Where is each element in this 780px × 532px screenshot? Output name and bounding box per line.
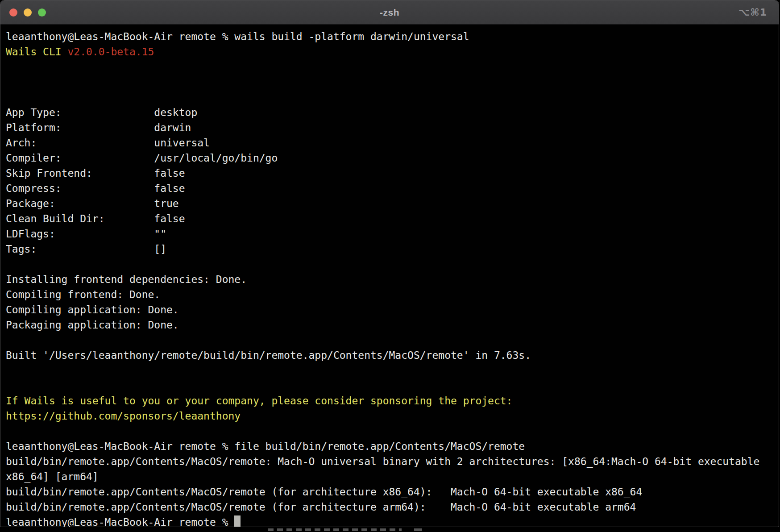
window-title: -zsh xyxy=(0,7,779,18)
terminal-line: Packaging application: Done. xyxy=(6,317,779,332)
terminal-line xyxy=(6,75,779,90)
terminal-line: leaanthony@Leas-MacBook-Air remote % fil… xyxy=(6,439,779,454)
terminal-window: -zsh ⌥⌘1 leaanthony@Leas-MacBook-Air rem… xyxy=(0,0,779,527)
terminal-line: x86_64] [arm64] xyxy=(6,469,779,484)
terminal-text-segment: https://github.com/sponsors/leaanthony xyxy=(6,410,241,422)
terminal-line: App Type: desktop xyxy=(6,105,779,120)
traffic-lights xyxy=(9,0,46,24)
terminal-text-segment: Arch: universal xyxy=(6,137,210,149)
terminal-text-segment: x86_64] [arm64] xyxy=(6,471,99,482)
terminal-text-segment: Compiling frontend: Done. xyxy=(6,289,160,300)
terminal-cursor xyxy=(234,515,241,527)
terminal-text-segment: Tags: [] xyxy=(6,243,166,255)
terminal-line: Arch: universal xyxy=(6,135,779,150)
terminal-line: Tags: [] xyxy=(6,241,779,257)
terminal-text-segment: Compiler: /usr/local/go/bin/go xyxy=(6,152,278,164)
terminal-line: Package: true xyxy=(6,196,779,211)
terminal-text-segment: build/bin/remote.app/Contents/MacOS/remo… xyxy=(6,501,636,513)
terminal-line: build/bin/remote.app/Contents/MacOS/remo… xyxy=(6,454,779,469)
background-window-sliver-dot xyxy=(414,528,422,531)
zoom-button[interactable] xyxy=(38,8,46,17)
terminal-line: leaanthony@Leas-MacBook-Air remote % wai… xyxy=(6,29,779,44)
terminal-line: build/bin/remote.app/Contents/MacOS/remo… xyxy=(6,499,779,515)
terminal-text-segment: Compress: false xyxy=(6,183,185,194)
terminal-text-segment: Installing frontend dependencies: Done. xyxy=(6,274,247,285)
terminal-text-segment: build/bin/remote.app/Contents/MacOS/remo… xyxy=(6,456,759,467)
terminal-text-segment: build/bin/remote.app/Contents/MacOS/remo… xyxy=(6,486,642,498)
terminal-text-segment: If Wails is useful to you or your compan… xyxy=(6,395,512,407)
terminal-line: Clean Build Dir: false xyxy=(6,211,779,226)
terminal-line: Platform: darwin xyxy=(6,120,779,135)
terminal-line: build/bin/remote.app/Contents/MacOS/remo… xyxy=(6,484,779,499)
terminal-text-segment: LDFlags: "" xyxy=(6,228,166,240)
keyboard-shortcut-badge: ⌥⌘1 xyxy=(739,0,767,24)
terminal-text-segment: Packaging application: Done. xyxy=(6,319,179,331)
terminal-line xyxy=(6,424,779,439)
terminal-line: Wails CLI v2.0.0-beta.15 xyxy=(6,44,779,59)
terminal-line: LDFlags: "" xyxy=(6,226,779,241)
terminal-text-segment: leaanthony@Leas-MacBook-Air remote % wai… xyxy=(6,31,469,42)
terminal-text-segment: Package: true xyxy=(6,198,179,209)
terminal-text-segment: v2.0.0-beta.15 xyxy=(67,46,154,58)
terminal-line: Compiling frontend: Done. xyxy=(6,287,779,302)
terminal-text-segment: Built '/Users/leaanthony/remote/build/bi… xyxy=(6,349,531,361)
terminal-body[interactable]: leaanthony@Leas-MacBook-Air remote % wai… xyxy=(0,25,779,527)
terminal-line: leaanthony@Leas-MacBook-Air remote % xyxy=(6,515,779,527)
terminal-text-segment: Wails CLI xyxy=(6,46,67,58)
terminal-text-segment: Clean Build Dir: false xyxy=(6,213,185,224)
close-button[interactable] xyxy=(9,8,17,17)
titlebar[interactable]: -zsh ⌥⌘1 xyxy=(0,0,779,25)
terminal-line xyxy=(6,378,779,393)
terminal-line: Skip Frontend: false xyxy=(6,166,779,181)
terminal-text-segment: App Type: desktop xyxy=(6,107,197,118)
terminal-text-segment: leaanthony@Leas-MacBook-Air remote % xyxy=(6,516,234,527)
terminal-text-segment: leaanthony@Leas-MacBook-Air remote % fil… xyxy=(6,441,525,452)
terminal-text-segment: Compiling application: Done. xyxy=(6,304,179,316)
terminal-text-segment: Platform: darwin xyxy=(6,122,191,133)
terminal-line xyxy=(6,257,779,272)
terminal-line xyxy=(6,332,779,348)
background-window-sliver xyxy=(268,528,402,531)
terminal-line: Built '/Users/leaanthony/remote/build/bi… xyxy=(6,348,779,363)
terminal-text-segment: Skip Frontend: false xyxy=(6,167,185,179)
terminal-line: Compress: false xyxy=(6,181,779,196)
terminal-line: If Wails is useful to you or your compan… xyxy=(6,393,779,408)
terminal-line xyxy=(6,363,779,378)
minimize-button[interactable] xyxy=(24,8,32,17)
terminal-line: https://github.com/sponsors/leaanthony xyxy=(6,408,779,424)
terminal-line xyxy=(6,59,779,75)
terminal-line: Compiling application: Done. xyxy=(6,302,779,317)
terminal-line: Installing frontend dependencies: Done. xyxy=(6,272,779,287)
terminal-line: Compiler: /usr/local/go/bin/go xyxy=(6,150,779,166)
terminal-line xyxy=(6,90,779,105)
